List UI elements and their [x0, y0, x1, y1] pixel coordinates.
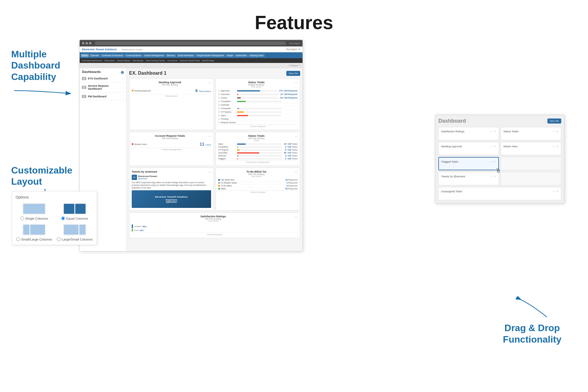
subnav-task[interactable]: Task Manager [131, 59, 144, 62]
large-small-radio[interactable] [57, 237, 61, 241]
satisfaction-subtitle: 999 Park Building [132, 218, 295, 220]
sat-row-2: Good 10% [132, 229, 298, 231]
satisfaction-ratings-tile: Satisfaction Ratings 999 Park Building P… [129, 212, 300, 238]
layout-single-columns[interactable]: Single Columns [16, 203, 53, 220]
account-request-header: Account Request Totals 999 Park Building… [132, 134, 211, 139]
single-columns-preview [22, 203, 46, 215]
browser-dot-3 [89, 42, 91, 44]
mini-status-menu[interactable]: — ✕ [552, 130, 559, 133]
nav-directory[interactable]: Directory [166, 54, 176, 57]
dashboard-header: EX. Dashboard 1 New Tile [129, 71, 300, 76]
mini-status-header: Status Totals — ✕ [503, 130, 559, 133]
service-dashboard-menu[interactable]: ⋮ [121, 86, 124, 89]
sidebar-item-pm[interactable]: PM Dashboard ⋮ [80, 93, 126, 100]
dashboard2-new-tile[interactable]: New Tile [547, 119, 561, 124]
collapse-icon[interactable]: ⟨ [299, 64, 300, 67]
nav-freight[interactable]: Freight Elevator Management [196, 54, 225, 57]
ets-dashboard-icon [82, 77, 86, 80]
needing-unit: Reservations [199, 90, 211, 92]
status-row-duplicate: ∨ Duplicate [218, 103, 298, 107]
nav-communications[interactable]: Communications [125, 54, 142, 57]
satisfaction-bars: Excellent 85% Good 10% [132, 223, 298, 233]
sidebar-item-ets[interactable]: ETS Dashboard ⋮ [80, 75, 126, 82]
ets-dashboard-menu[interactable]: ⋮ [121, 77, 124, 80]
tweets-menu[interactable]: — [208, 170, 211, 174]
nav-calendar[interactable]: Calendar [89, 54, 100, 57]
status-totals-right-title: Status Totals [218, 81, 295, 84]
mini-tile-satisfaction: Satisfaction Ratings — ✕ [438, 127, 499, 140]
large-small-preview [63, 224, 86, 236]
status-totals-right-menu[interactable]: — [295, 81, 298, 84]
account-label: Review Users [134, 143, 147, 145]
to-be-billed-period: Past Month [218, 175, 295, 177]
collapse-bar: Collapse ⟨ [80, 63, 303, 68]
layout-small-large[interactable]: Small/Large Columns [16, 224, 53, 241]
mini-satisfaction-menu[interactable]: — ✕ [490, 130, 496, 133]
equal-columns-label[interactable]: Equal Columns [61, 216, 88, 220]
subnav-reservations[interactable]: Reservations [103, 59, 116, 62]
subnav-waon[interactable]: W/AON Energy [201, 59, 215, 62]
equal-columns-radio[interactable] [61, 216, 65, 220]
mini-whatsnew-menu[interactable]: — ✕ [552, 145, 559, 148]
nav-leasing[interactable]: Leasing Center [248, 54, 265, 57]
subnav-pm[interactable]: Preventative Maintenance [81, 59, 103, 62]
equal-block-2 [75, 204, 86, 214]
to-be-billed-menu[interactable]: — [295, 170, 298, 174]
account-dot [132, 143, 133, 145]
status-totals-right-header: Status Totals Multiple Buildings Past Mo… [218, 81, 298, 88]
nav-certificate[interactable]: Certificate of Insurance [101, 54, 124, 57]
account-request-subtitle: 999 Park Building [132, 137, 208, 139]
add-dashboard-icon[interactable]: ⊕ [121, 70, 124, 75]
mini-status-label: Status Totals [503, 130, 518, 133]
subnav-service[interactable]: Service Request [116, 59, 131, 62]
large-small-label[interactable]: Large/Small Columns [57, 237, 93, 241]
collapse-label[interactable]: Collapse [289, 64, 298, 67]
nav-contact[interactable]: Contact Management [143, 54, 165, 57]
status-totals-left-menu[interactable]: — [295, 134, 298, 138]
mini-tile-flagged-tasks[interactable]: Flagged Tasks — ✕ 🖱 [438, 157, 499, 170]
mini-flagged-menu[interactable]: — ✕ [490, 160, 496, 163]
tweet-text: Our NEW Inspections App offers an intuit… [132, 181, 211, 189]
ets-company-name: Electronic Tenant Solutions [82, 48, 117, 51]
browser-bar: Roy Rogers [80, 40, 303, 46]
mini-tile-status-totals: Status Totals — ✕ [501, 127, 561, 140]
nav-home[interactable]: Home [81, 54, 89, 57]
nav-email[interactable]: Email Notification [177, 54, 195, 57]
subnav-account[interactable]: Your Account [166, 59, 178, 62]
layout-equal-columns[interactable]: Equal Columns [56, 203, 93, 220]
nav-insight[interactable]: Insight [225, 54, 234, 57]
small-large-label[interactable]: Small/Large Columns [16, 237, 52, 241]
account-unit: Users [206, 144, 211, 146]
single-columns-radio[interactable] [20, 216, 24, 220]
mini-needing-menu[interactable]: — ✕ [490, 145, 496, 148]
ets-logo-bar: Electronic Tenant Solutions | Maintenanc… [80, 46, 303, 52]
dashboard-mock2: Dashboard New Tile Satisfaction Ratings … [435, 115, 564, 203]
sat-bar-2 [132, 229, 133, 231]
subnav-ets-portal[interactable]: Electronic Tenant® Portal [179, 59, 201, 62]
layout-large-small[interactable]: Large/Small Columns [56, 224, 93, 241]
status-totals-left-subtitle: 999 Park Building [218, 137, 295, 139]
small-large-radio[interactable] [16, 237, 20, 241]
satisfaction-menu[interactable]: — [295, 215, 298, 218]
nav-instant-alert[interactable]: Instant Alert [235, 54, 248, 57]
subnav-video[interactable]: Video Training & Testing [145, 59, 166, 62]
sub-nav: Preventative Maintenance Reservations Se… [80, 58, 303, 63]
mini-whatsnew-header: What's New — ✕ [503, 145, 559, 148]
account-request-menu[interactable]: — [208, 134, 211, 138]
mini-tweets-menu[interactable]: — ✕ [490, 175, 496, 178]
single-columns-label[interactable]: Single Columns [20, 216, 48, 220]
mini-unassigned-menu[interactable]: — ✕ [552, 190, 559, 193]
pm-dashboard-menu[interactable]: ⋮ [121, 95, 124, 98]
sidebar-item-service-request[interactable]: Service Request Dashboard ⋮ [80, 82, 126, 93]
equal-block-1 [64, 204, 74, 214]
new-tile-button[interactable]: New Tile [286, 71, 300, 76]
needing-approval-title: Needing Approval [132, 81, 208, 84]
single-block [23, 204, 45, 214]
layout-options-panel: Options Single Columns Equal Columns [12, 191, 97, 245]
browser-dot-2 [86, 42, 88, 44]
dashboard2-header: Dashboard New Tile [438, 118, 561, 124]
billed-row-billed: Billed 50 Requests [218, 187, 298, 190]
needing-approval-menu[interactable]: — [208, 81, 211, 84]
multiple-dashboard-label: Multiple Dashboard Capability [11, 49, 76, 104]
to-be-billed-header: To Be Billed Tot 999 Park Building Past … [218, 170, 298, 177]
